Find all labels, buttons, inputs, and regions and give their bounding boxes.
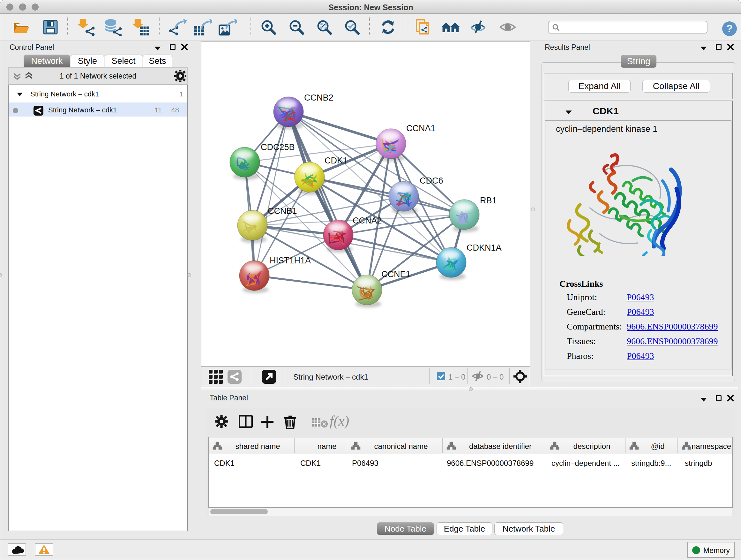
svg-text:CDKN1A: CDKN1A (467, 243, 502, 253)
svg-text:CDC6: CDC6 (420, 176, 443, 186)
svg-text:CCNA2: CCNA2 (353, 216, 382, 226)
svg-text:RB1: RB1 (480, 196, 497, 205)
svg-text:CCNB1: CCNB1 (268, 206, 297, 216)
svg-text:CDK1: CDK1 (325, 156, 347, 165)
svg-text:HIST1H1A: HIST1H1A (270, 256, 311, 265)
svg-text:CDC25B: CDC25B (261, 142, 295, 152)
svg-text:CCNB2: CCNB2 (304, 93, 333, 103)
svg-text:CCNA1: CCNA1 (406, 124, 435, 133)
svg-text:CCNE1: CCNE1 (381, 269, 411, 279)
svg-text:?: ? (726, 22, 733, 35)
